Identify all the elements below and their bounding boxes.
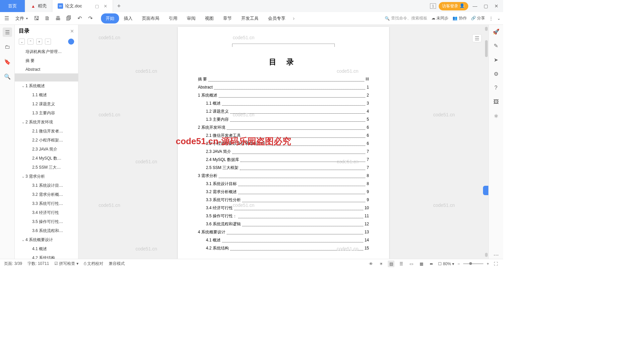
file-menu[interactable]: 文件▾ [13,15,30,21]
help-icon[interactable]: ? [492,84,500,92]
close-icon[interactable]: ✕ [104,4,107,9]
outline-item[interactable]: 1.2 课题意义 [15,100,78,109]
document-area[interactable]: code51.cn code51.cn code51.cn code51.cn … [78,25,488,259]
bookmark-button[interactable]: ☰ [472,34,482,42]
chevron-right-icon[interactable]: › [293,15,294,21]
login-button[interactable]: 访客登录 👤 [439,2,468,10]
outline-item[interactable]: 2.5 SSM 三大… [15,163,78,172]
outline-item[interactable]: 培训机构客户管理… [15,47,78,56]
pencil-icon[interactable]: ✎ [492,42,500,50]
outline-item[interactable] [15,73,78,81]
eye-icon[interactable]: 👁 [368,261,374,267]
add-level-icon[interactable]: + [36,39,42,45]
outline-item[interactable]: Abstract [15,65,78,73]
zoom-level[interactable]: ☐ 80% ▾ [438,262,454,266]
print-icon[interactable]: 🖶 [54,14,62,22]
collapse-all-icon[interactable]: ⌄ [19,39,25,45]
outline-item[interactable]: 1.3 主要内容 [15,109,78,118]
cursor-icon[interactable]: ➤ [492,56,500,64]
hamburger-icon[interactable]: ☰ [3,14,11,22]
outline-view-icon[interactable]: ☰ [398,261,405,267]
outline-item[interactable]: 摘 要 [15,56,78,65]
menu-tab-0[interactable]: 开始 [101,13,119,23]
page-view-icon[interactable]: ▤ [388,261,394,267]
outline-badge-icon[interactable] [68,39,74,45]
fit-width-icon[interactable]: ⬌ [428,261,435,267]
outline-item[interactable]: ⌄1 系统概述 [15,81,78,91]
side-tab-icon[interactable] [483,186,488,195]
zoom-out-icon[interactable]: − [458,262,460,266]
status-words[interactable]: 字数: 10711 [28,261,49,267]
outline-item[interactable]: 1.1 概述 [15,91,78,100]
menu-tab-3[interactable]: 引用 [164,13,182,23]
rocket-icon[interactable]: 🚀 [492,27,500,36]
outline-item[interactable]: 4.2 系统结构 [15,253,78,259]
status-spellcheck[interactable]: ☑ 拼写检查 ▾ [54,261,78,267]
sync-status[interactable]: ☁ 未同步 [431,15,448,21]
outline-close-icon[interactable]: ✕ [70,28,74,34]
tab-home[interactable]: 首页 [0,0,25,12]
undo-icon[interactable]: ↶ [75,14,84,22]
outline-item[interactable]: 2.4 MySQL 数… [15,154,78,163]
collab-button[interactable]: 👥 协作 [452,15,467,21]
remove-level-icon[interactable]: − [45,39,51,45]
settings-icon[interactable]: ⚙ [492,70,500,78]
fullscreen-icon[interactable]: ⛶ [492,261,499,267]
share-button[interactable]: 🔗 分享 [471,15,485,21]
atom-icon[interactable]: ⚛ [492,112,500,120]
scroll-top-icon[interactable] [485,27,488,31]
outline-item[interactable]: 3.5 操作可行性… [15,217,78,226]
more-tools-icon[interactable]: ⋯ [492,251,500,259]
reading-view-icon[interactable]: ▭ [408,261,415,267]
bookmark-icon[interactable]: 🔖 [3,57,12,66]
more-icon[interactable]: ⋮ [489,16,493,21]
web-view-icon[interactable]: ▦ [418,261,425,267]
new-tab-button[interactable]: + [113,3,125,10]
window-num-icon[interactable]: 1 [430,3,436,9]
menu-tab-2[interactable]: 页面布局 [137,13,164,23]
close-window-icon[interactable]: ✕ [492,2,500,10]
menu-tab-6[interactable]: 章节 [218,13,236,23]
saveas-icon[interactable]: 🗎 [43,14,51,22]
menu-tab-7[interactable]: 开发工具 [236,13,263,23]
image-icon[interactable]: 🖼 [492,98,500,106]
outline-item[interactable]: 3.2 需求分析概… [15,190,78,199]
search-nav-icon[interactable]: 🔍 [3,72,12,81]
menu-tab-5[interactable]: 视图 [200,13,218,23]
outline-item[interactable]: ⌄2 系统开发环境 [15,118,78,127]
redo-icon[interactable]: ↷ [86,14,94,22]
outline-item[interactable]: ⌄3 需求分析 [15,172,78,181]
preview-icon[interactable]: 🗐 [65,14,73,22]
zoom-in-icon[interactable]: + [487,262,489,266]
expand-all-icon[interactable]: ⌃ [28,39,34,45]
outline-nav-icon[interactable]: ☰ [3,27,12,37]
menu-tab-4[interactable]: 审阅 [182,13,200,23]
minimize-icon[interactable]: — [471,2,479,10]
zoom-slider[interactable] [463,263,483,264]
outline-item[interactable]: 3.1 系统设计目… [15,181,78,190]
save-icon[interactable]: 🖫 [33,14,41,22]
menu-tab-8[interactable]: 会员专享 [263,13,290,23]
outline-item[interactable]: 3.4 经济可行性 [15,208,78,217]
outline-item[interactable]: 4.1 概述 [15,244,78,253]
tab-document[interactable]: W 论文.doc ▢ ✕ [52,0,113,12]
sun-icon[interactable]: ☀ [378,261,384,267]
scroll-thumb[interactable] [485,40,488,57]
outline-item[interactable]: 2.3 JAVA 简介 [15,145,78,154]
status-page[interactable]: 页面: 3/39 [4,261,22,267]
status-proofread[interactable]: ⎙ 文档校对 [84,261,103,267]
tab-screen-icon[interactable]: ▢ [95,4,99,9]
clipboard-icon[interactable]: 🗀 [3,42,12,52]
outline-item[interactable]: 2.2 小程序框架… [15,136,78,145]
collapse-icon[interactable]: ⌄ [497,16,500,21]
vertical-scrollbar[interactable] [485,27,488,257]
search-box[interactable]: 🔍 查找命令、搜索模板 [385,15,427,21]
scroll-bottom-icon[interactable] [485,253,488,257]
outline-item[interactable]: ⌄4 系统概要设计 [15,235,78,244]
outline-item[interactable]: 3.3 系统可行性… [15,199,78,208]
tab-daoke[interactable]: ▲ 稻壳 [25,0,52,12]
maximize-icon[interactable]: ▢ [482,2,490,10]
menu-tab-1[interactable]: 插入 [119,13,137,23]
outline-item[interactable]: 2.1 微信开发者… [15,127,78,136]
status-compat[interactable]: 兼容模式 [109,261,125,267]
